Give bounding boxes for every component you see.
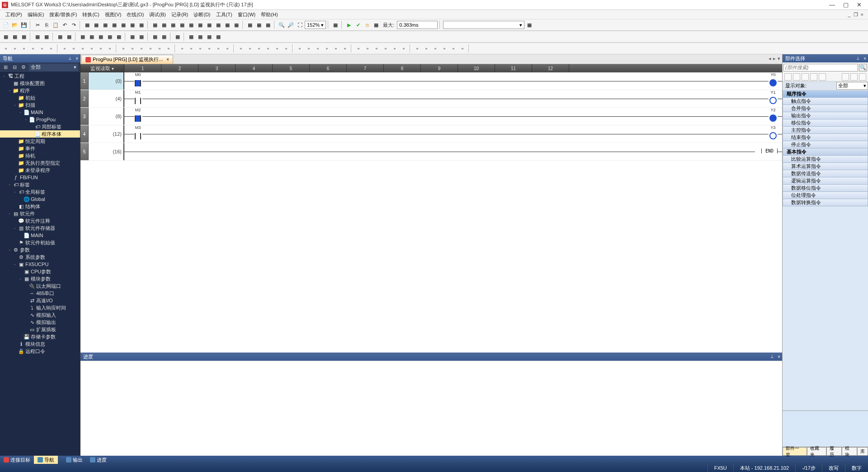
ladder-tool-icon[interactable]: ▫ — [165, 44, 173, 52]
ladder-rung[interactable]: 1(0)M0Y0 — [80, 72, 782, 90]
run-icon[interactable]: ▶ — [345, 21, 353, 29]
tree-node[interactable]: ▭扩展插板 — [0, 326, 80, 333]
close-button[interactable]: ✕ — [857, 1, 862, 8]
tb-generic[interactable]: ▦ — [88, 33, 96, 41]
parts-category[interactable]: 比较运算指令 — [783, 156, 868, 163]
tree-node[interactable]: 📁初始 — [0, 94, 80, 101]
tree-node[interactable]: ⚙系统参数 — [0, 253, 80, 261]
tb-generic[interactable]: ▦ — [137, 21, 146, 29]
ladder-tool-icon[interactable]: ▫ — [29, 44, 37, 52]
tree-node[interactable]: -▤软元件 — [0, 210, 80, 217]
undo-icon[interactable]: ↶ — [61, 21, 69, 29]
gear-icon[interactable]: ⚙ — [20, 64, 27, 71]
tree-node[interactable]: 💾存储卡参数 — [0, 333, 80, 340]
bottom-tab-nav[interactable]: 导航 — [34, 456, 58, 464]
parts-tab[interactable]: 模块 — [842, 447, 857, 456]
tb-generic[interactable]: ▦ — [110, 21, 118, 29]
tree-node[interactable]: 📁未登录程序 — [0, 167, 80, 174]
zoom-out-icon[interactable]: 🔍 — [278, 21, 286, 29]
contact[interactable]: M2 — [133, 111, 142, 122]
close-panel-icon[interactable]: × — [863, 56, 866, 61]
parts-category[interactable]: 数据传送指令 — [783, 170, 868, 177]
save-icon[interactable]: 💾 — [20, 21, 28, 29]
paste-icon[interactable]: 📋 — [52, 21, 60, 29]
tb-generic[interactable]: ▦ — [137, 33, 146, 41]
tb-generic[interactable]: ▦ — [255, 21, 263, 29]
parts-category[interactable]: 逻辑运算指令 — [783, 177, 868, 185]
menu-item[interactable]: 视图(V) — [102, 10, 124, 19]
check-icon[interactable]: ✔ — [354, 21, 362, 29]
tb-generic[interactable]: ▦ — [187, 33, 195, 41]
ladder-tool-icon[interactable]: ▫ — [137, 44, 146, 52]
tree-node[interactable]: 📁事件 — [0, 145, 80, 152]
ladder-corner[interactable]: 监视读取 ▾ — [80, 64, 124, 72]
maximize-button[interactable]: ▢ — [843, 1, 849, 8]
bottom-tab-connection[interactable]: 连接目标 — [0, 456, 34, 464]
tb-generic[interactable]: ▦ — [128, 21, 137, 29]
ladder-tool-icon[interactable]: ▫ — [97, 44, 105, 52]
ladder-tool-icon[interactable]: ▫ — [156, 44, 164, 52]
tb-generic[interactable]: ▦ — [119, 21, 127, 29]
menu-item[interactable]: 工程(P) — [3, 10, 25, 19]
parts-category[interactable]: 停止指令 — [783, 141, 868, 148]
tb-generic[interactable]: ▦ — [11, 33, 19, 41]
tree-node[interactable]: -📄MAIN — [0, 109, 80, 116]
tree-node[interactable]: 💬软元件注释 — [0, 217, 80, 224]
tb-generic[interactable]: ▦ — [178, 21, 186, 29]
open-icon[interactable]: 📂 — [11, 21, 19, 29]
tb-generic[interactable]: ▦ — [169, 21, 177, 29]
tree-node[interactable]: -⚙参数 — [0, 246, 80, 253]
parts-category[interactable]: 数据转换指令 — [783, 199, 868, 206]
close-panel-icon[interactable]: × — [75, 56, 78, 61]
coil[interactable]: Y2 — [769, 111, 778, 122]
ladder-tool-icon[interactable]: ▫ — [38, 44, 46, 52]
tb-generic[interactable]: ▦ — [372, 21, 380, 29]
tb-generic[interactable]: ▦ — [83, 21, 91, 29]
minimize-button[interactable]: — — [829, 1, 835, 8]
tb-generic[interactable]: ▦ — [246, 21, 254, 29]
parts-category[interactable]: 主控指令 — [783, 127, 868, 134]
parts-category[interactable]: 移位指令 — [783, 119, 868, 127]
tb-generic[interactable]: ▦ — [101, 21, 109, 29]
ladder-tool-icon[interactable]: ▫ — [88, 44, 96, 52]
tab-close-icon[interactable]: × — [166, 57, 169, 62]
tb-generic[interactable]: ▦ — [196, 21, 204, 29]
ladder-tool-icon[interactable]: ▫ — [422, 44, 430, 52]
contact[interactable]: M1 — [133, 94, 142, 105]
tree-node[interactable]: ∿模拟输出 — [0, 319, 80, 326]
tree-node[interactable]: -▣FX5UCPU — [0, 261, 80, 268]
tb-generic[interactable]: ▦ — [115, 33, 123, 41]
ladder-tool-icon[interactable]: ▫ — [341, 44, 349, 52]
tree-node[interactable]: ⇄高速I/O — [0, 297, 80, 304]
parts-tool-icon[interactable] — [842, 73, 849, 81]
tb-generic[interactable]: ▦ — [20, 33, 28, 41]
tb-generic[interactable]: ▦ — [205, 21, 213, 29]
tb-generic[interactable]: ▦ — [33, 33, 42, 41]
pin-icon[interactable]: ⊥ — [770, 354, 774, 359]
ladder-tool-icon[interactable]: ▫ — [70, 44, 78, 52]
tb-generic[interactable]: ▦ — [56, 33, 64, 41]
zoom-combo[interactable]: 152% ▾ — [305, 21, 326, 29]
ladder-tool-icon[interactable]: ▫ — [119, 44, 127, 52]
parts-tool-icon[interactable] — [793, 73, 800, 81]
tree-node[interactable]: 📁无执行类型指定 — [0, 159, 80, 167]
tb-generic[interactable]: ▦ — [214, 21, 222, 29]
nav-tool-icon[interactable]: ⊟ — [11, 64, 18, 71]
ladder-rung[interactable]: 2(4)M1Y1 — [80, 90, 782, 108]
parts-tool-icon[interactable] — [850, 73, 858, 81]
ladder-tool-icon[interactable]: ▫ — [373, 44, 381, 52]
ladder-tool-icon[interactable]: ▫ — [187, 44, 195, 52]
ladder-tool-icon[interactable]: ▫ — [458, 44, 467, 52]
ladder-tool-icon[interactable]: ▫ — [246, 44, 254, 52]
ladder-tool-icon[interactable]: ▫ — [20, 44, 28, 52]
ladder-tool-icon[interactable]: ▫ — [61, 44, 69, 52]
parts-tab[interactable]: 部件一览 — [783, 447, 807, 456]
contact[interactable]: M0 — [133, 76, 142, 87]
parts-category[interactable]: 结束指令 — [783, 134, 868, 141]
ladder-tool-icon[interactable]: ▫ — [146, 44, 155, 52]
parts-filter-select[interactable]: 全部▾ — [836, 82, 868, 90]
ladder-tool-icon[interactable]: ▫ — [196, 44, 204, 52]
tree-node[interactable]: 📄MAIN — [0, 232, 80, 239]
tree-node[interactable]: -📁程序 — [0, 87, 80, 94]
ladder-tool-icon[interactable]: ▫ — [128, 44, 137, 52]
